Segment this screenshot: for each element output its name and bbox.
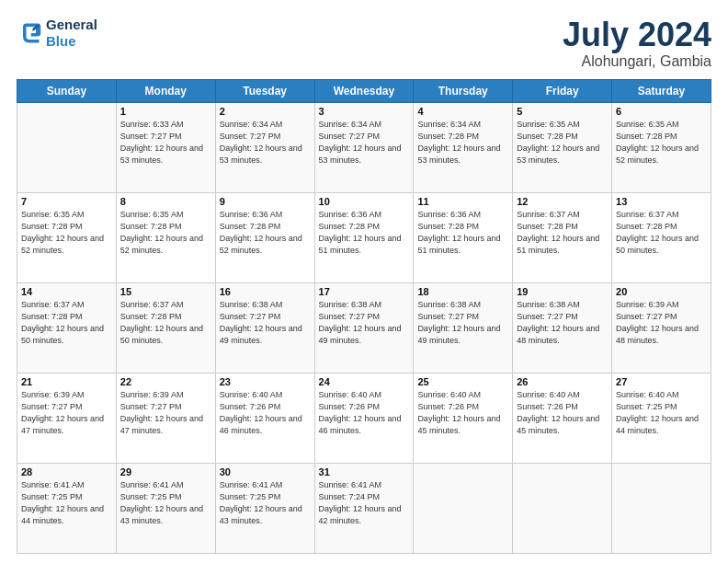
weekday-header: Sunday (17, 79, 117, 102)
day-info: Sunrise: 6:38 AMSunset: 7:27 PMDaylight:… (417, 299, 508, 347)
day-number: 16 (220, 286, 311, 297)
calendar-cell: 5Sunrise: 6:35 AMSunset: 7:28 PMDaylight… (513, 102, 612, 192)
calendar-cell: 30Sunrise: 6:41 AMSunset: 7:25 PMDayligh… (215, 463, 314, 553)
day-number: 21 (21, 376, 112, 387)
logo-icon (17, 20, 42, 46)
calendar-cell (17, 102, 117, 192)
calendar-cell: 29Sunrise: 6:41 AMSunset: 7:25 PMDayligh… (116, 463, 215, 553)
day-info: Sunrise: 6:35 AMSunset: 7:28 PMDaylight:… (616, 119, 707, 167)
calendar-cell: 14Sunrise: 6:37 AMSunset: 7:28 PMDayligh… (17, 282, 117, 373)
day-info: Sunrise: 6:37 AMSunset: 7:28 PMDaylight:… (120, 299, 211, 347)
calendar-cell: 21Sunrise: 6:39 AMSunset: 7:27 PMDayligh… (17, 373, 117, 463)
day-info: Sunrise: 6:35 AMSunset: 7:28 PMDaylight:… (120, 209, 211, 257)
day-number: 26 (517, 376, 608, 387)
weekday-header: Friday (513, 79, 612, 102)
calendar-week-row: 28Sunrise: 6:41 AMSunset: 7:25 PMDayligh… (17, 463, 711, 553)
weekday-header: Thursday (414, 79, 513, 102)
logo-text: General Blue (46, 17, 97, 50)
day-info: Sunrise: 6:39 AMSunset: 7:27 PMDaylight:… (616, 299, 707, 347)
page: General Blue July 2024 Alohungari, Gambi… (0, 0, 728, 563)
day-info: Sunrise: 6:40 AMSunset: 7:25 PMDaylight:… (616, 389, 707, 437)
calendar-cell: 7Sunrise: 6:35 AMSunset: 7:28 PMDaylight… (17, 192, 117, 282)
day-number: 6 (616, 106, 707, 117)
day-number: 4 (417, 106, 508, 117)
day-info: Sunrise: 6:38 AMSunset: 7:27 PMDaylight:… (220, 299, 311, 347)
day-info: Sunrise: 6:41 AMSunset: 7:24 PMDaylight:… (319, 479, 410, 527)
day-info: Sunrise: 6:36 AMSunset: 7:28 PMDaylight:… (319, 209, 410, 257)
day-info: Sunrise: 6:41 AMSunset: 7:25 PMDaylight:… (220, 479, 311, 527)
day-number: 3 (319, 106, 410, 117)
day-number: 20 (616, 286, 707, 297)
day-info: Sunrise: 6:41 AMSunset: 7:25 PMDaylight:… (21, 479, 112, 527)
day-number: 24 (319, 376, 410, 387)
calendar-cell: 8Sunrise: 6:35 AMSunset: 7:28 PMDaylight… (116, 192, 215, 282)
day-number: 11 (417, 196, 508, 207)
day-number: 8 (120, 196, 211, 207)
calendar-cell: 2Sunrise: 6:34 AMSunset: 7:27 PMDaylight… (215, 102, 314, 192)
day-number: 31 (319, 466, 410, 477)
day-number: 13 (616, 196, 707, 207)
calendar-cell (612, 463, 711, 553)
day-info: Sunrise: 6:38 AMSunset: 7:27 PMDaylight:… (517, 299, 608, 347)
calendar-cell (513, 463, 612, 553)
calendar-cell: 22Sunrise: 6:39 AMSunset: 7:27 PMDayligh… (116, 373, 215, 463)
calendar-cell: 28Sunrise: 6:41 AMSunset: 7:25 PMDayligh… (17, 463, 117, 553)
day-info: Sunrise: 6:39 AMSunset: 7:27 PMDaylight:… (21, 389, 112, 437)
day-info: Sunrise: 6:37 AMSunset: 7:28 PMDaylight:… (21, 299, 112, 347)
calendar-cell: 10Sunrise: 6:36 AMSunset: 7:28 PMDayligh… (314, 192, 414, 282)
calendar-cell: 31Sunrise: 6:41 AMSunset: 7:24 PMDayligh… (314, 463, 414, 553)
title-block: July 2024 Alohungari, Gambia (563, 17, 711, 70)
calendar-cell: 25Sunrise: 6:40 AMSunset: 7:26 PMDayligh… (414, 373, 513, 463)
calendar-cell: 23Sunrise: 6:40 AMSunset: 7:26 PMDayligh… (215, 373, 314, 463)
calendar-cell: 19Sunrise: 6:38 AMSunset: 7:27 PMDayligh… (513, 282, 612, 373)
day-number: 7 (21, 196, 112, 207)
day-info: Sunrise: 6:39 AMSunset: 7:27 PMDaylight:… (120, 389, 211, 437)
main-title: July 2024 (563, 17, 711, 53)
day-number: 12 (517, 196, 608, 207)
day-number: 29 (120, 466, 211, 477)
day-info: Sunrise: 6:33 AMSunset: 7:27 PMDaylight:… (120, 119, 211, 167)
calendar-cell: 13Sunrise: 6:37 AMSunset: 7:28 PMDayligh… (612, 192, 711, 282)
calendar-week-row: 14Sunrise: 6:37 AMSunset: 7:28 PMDayligh… (17, 282, 711, 373)
day-number: 25 (417, 376, 508, 387)
day-number: 2 (220, 106, 311, 117)
day-info: Sunrise: 6:34 AMSunset: 7:28 PMDaylight:… (417, 119, 508, 167)
day-number: 10 (319, 196, 410, 207)
day-info: Sunrise: 6:37 AMSunset: 7:28 PMDaylight:… (616, 209, 707, 257)
day-info: Sunrise: 6:40 AMSunset: 7:26 PMDaylight:… (220, 389, 311, 437)
day-info: Sunrise: 6:37 AMSunset: 7:28 PMDaylight:… (517, 209, 608, 257)
day-number: 14 (21, 286, 112, 297)
calendar-cell: 11Sunrise: 6:36 AMSunset: 7:28 PMDayligh… (414, 192, 513, 282)
calendar-cell: 4Sunrise: 6:34 AMSunset: 7:28 PMDaylight… (414, 102, 513, 192)
calendar-cell: 17Sunrise: 6:38 AMSunset: 7:27 PMDayligh… (314, 282, 414, 373)
day-info: Sunrise: 6:41 AMSunset: 7:25 PMDaylight:… (120, 479, 211, 527)
day-info: Sunrise: 6:40 AMSunset: 7:26 PMDaylight:… (319, 389, 410, 437)
day-number: 19 (517, 286, 608, 297)
day-info: Sunrise: 6:40 AMSunset: 7:26 PMDaylight:… (517, 389, 608, 437)
calendar-cell: 15Sunrise: 6:37 AMSunset: 7:28 PMDayligh… (116, 282, 215, 373)
day-number: 1 (120, 106, 211, 117)
calendar-cell: 20Sunrise: 6:39 AMSunset: 7:27 PMDayligh… (612, 282, 711, 373)
calendar-cell: 6Sunrise: 6:35 AMSunset: 7:28 PMDaylight… (612, 102, 711, 192)
day-info: Sunrise: 6:35 AMSunset: 7:28 PMDaylight:… (21, 209, 112, 257)
weekday-header: Tuesday (215, 79, 314, 102)
day-number: 22 (120, 376, 211, 387)
calendar-cell: 9Sunrise: 6:36 AMSunset: 7:28 PMDaylight… (215, 192, 314, 282)
weekday-header: Monday (116, 79, 215, 102)
day-info: Sunrise: 6:36 AMSunset: 7:28 PMDaylight:… (220, 209, 311, 257)
calendar-cell: 24Sunrise: 6:40 AMSunset: 7:26 PMDayligh… (314, 373, 414, 463)
weekday-header: Wednesday (314, 79, 414, 102)
calendar-cell: 18Sunrise: 6:38 AMSunset: 7:27 PMDayligh… (414, 282, 513, 373)
calendar-table: SundayMondayTuesdayWednesdayThursdayFrid… (17, 79, 711, 554)
day-number: 30 (220, 466, 311, 477)
day-number: 18 (417, 286, 508, 297)
day-number: 28 (21, 466, 112, 477)
day-info: Sunrise: 6:40 AMSunset: 7:26 PMDaylight:… (417, 389, 508, 437)
day-info: Sunrise: 6:36 AMSunset: 7:28 PMDaylight:… (417, 209, 508, 257)
day-number: 27 (616, 376, 707, 387)
day-info: Sunrise: 6:38 AMSunset: 7:27 PMDaylight:… (319, 299, 410, 347)
calendar-cell: 12Sunrise: 6:37 AMSunset: 7:28 PMDayligh… (513, 192, 612, 282)
calendar-header-row: SundayMondayTuesdayWednesdayThursdayFrid… (17, 79, 711, 102)
calendar-cell (414, 463, 513, 553)
header: General Blue July 2024 Alohungari, Gambi… (17, 17, 711, 70)
